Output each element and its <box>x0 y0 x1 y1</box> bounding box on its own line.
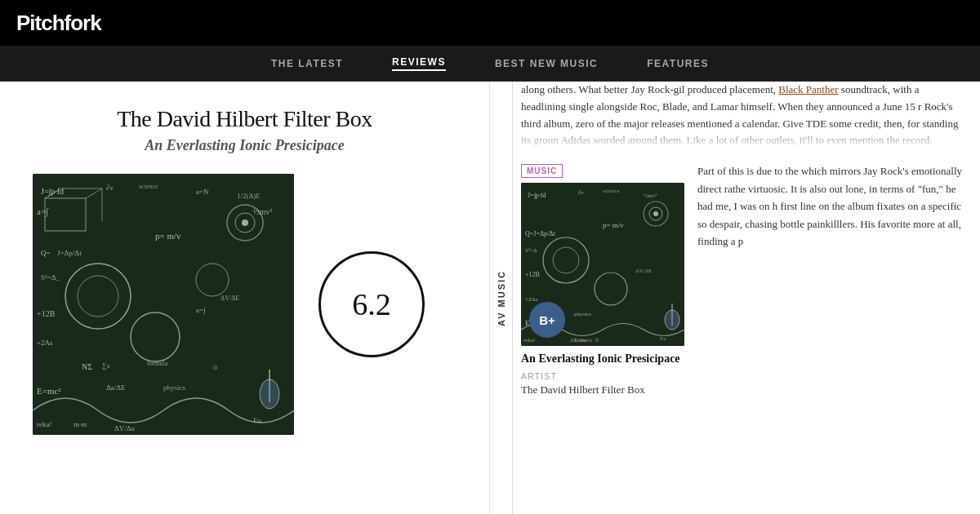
svg-text:NΣ: NΣ <box>82 362 92 371</box>
nav-features[interactable]: Features <box>647 58 709 69</box>
svg-point-35 <box>260 379 279 409</box>
svg-text:Eu: Eu <box>660 335 666 342</box>
grade-badge: B+ <box>529 302 565 338</box>
card-artist-name: The David Hilbert Filter Box <box>521 383 684 397</box>
svg-text:physics: physics <box>574 311 591 317</box>
article-top-text: along others. What better Jay Rock-gil p… <box>521 82 964 149</box>
svg-text:J=∫p·fd: J=∫p·fd <box>41 187 64 197</box>
svg-text:science: science <box>603 188 620 194</box>
svg-text:physics: physics <box>163 383 185 392</box>
svg-text:+12B: +12B <box>525 271 540 278</box>
svg-text:∂v: ∂v <box>578 189 584 196</box>
score-circle: 6.2 <box>318 251 425 357</box>
svg-text:+2As: +2As <box>525 296 538 303</box>
svg-text:⊙: ⊙ <box>595 337 599 343</box>
svg-text:1/2(Δ)E: 1/2(Δ)E <box>237 192 261 200</box>
review-body: J=∫p·fd ∂v science a=N 1/2(Δ)E a=∫ ½mv² <box>33 174 457 435</box>
svg-text:½mv²: ½mv² <box>644 193 657 199</box>
svg-text:p= m/v: p= m/v <box>155 231 181 241</box>
site-logo[interactable]: Pitchfork <box>16 11 101 36</box>
svg-text:ΔY/Δu: ΔY/Δu <box>114 424 136 432</box>
article-link[interactable]: Black Panther <box>778 83 838 95</box>
svg-text:formula: formula <box>574 337 593 343</box>
nav-best-new-music[interactable]: Best New Music <box>495 58 598 69</box>
svg-text:ΔV/ΔE: ΔV/ΔE <box>635 268 652 274</box>
main-content: The David Hilbert Filter Box An Everlast… <box>0 82 980 514</box>
svg-text:Eu: Eu <box>253 416 261 424</box>
svg-text:a=∫: a=∫ <box>196 306 207 315</box>
av-label: AV MUSIC <box>497 270 506 326</box>
svg-text:+2As: +2As <box>37 339 53 347</box>
review-title: The David Hilbert Filter Box <box>33 106 457 132</box>
review-panel: The David Hilbert Filter Box An Everlast… <box>0 82 490 514</box>
svg-text:J=Δp/Δt: J=Δp/Δt <box>57 249 82 257</box>
svg-text:science: science <box>139 183 158 190</box>
svg-text:Q=J=Δp/Δt: Q=J=Δp/Δt <box>525 230 555 237</box>
music-badge: MUSIC <box>521 164 563 178</box>
right-panel: AV MUSIC along others. What better Jay R… <box>490 82 980 514</box>
svg-text:a=N: a=N <box>196 188 209 196</box>
nav-reviews[interactable]: Reviews <box>392 56 446 71</box>
card-album-art: J=∫p·fd ∂v science ½mv² Q=J=Δp/Δt p= m/v… <box>521 183 684 346</box>
nav-the-latest[interactable]: The Latest <box>271 58 343 69</box>
svg-text:p= m/v: p= m/v <box>603 221 624 229</box>
svg-text:reka!: reka! <box>523 337 535 343</box>
av-sidebar: AV MUSIC <box>490 82 513 514</box>
svg-text:∑x: ∑x <box>102 362 110 370</box>
album-art: J=∫p·fd ∂v science a=N 1/2(Δ)E a=∫ ½mv² <box>33 174 294 435</box>
svg-text:Q=: Q= <box>41 249 51 257</box>
music-card-left: MUSIC J=∫p·fd ∂v science ½mv² Q= <box>521 162 684 514</box>
site-header: Pitchfork <box>0 0 980 46</box>
article-right-text: Part of this is due to the which mirrors… <box>697 162 964 514</box>
music-card-area: MUSIC J=∫p·fd ∂v science ½mv² Q= <box>521 162 964 514</box>
svg-point-64 <box>653 211 658 216</box>
main-nav: The Latest Reviews Best New Music Featur… <box>0 46 980 82</box>
card-album-title: An Everlasting Ionic Presicipace <box>521 352 684 366</box>
review-subtitle: An Everlasting Ionic Presicipace <box>33 137 457 154</box>
svg-text:J=∫p·fd: J=∫p·fd <box>528 192 546 199</box>
svg-text:reka!: reka! <box>37 420 51 428</box>
article-text-before-link: along others. What better Jay Rock-gil p… <box>521 83 776 95</box>
svg-point-60 <box>665 310 679 330</box>
svg-point-40 <box>242 219 248 226</box>
svg-text:m·m: m·m <box>74 420 87 428</box>
svg-text:a=∫: a=∫ <box>37 206 49 217</box>
score-number: 6.2 <box>352 289 391 320</box>
svg-text:∂v: ∂v <box>106 184 114 192</box>
svg-text:S²=Δ_: S²=Δ_ <box>41 273 60 281</box>
article-area: along others. What better Jay Rock-gil p… <box>513 82 980 514</box>
card-artist-label: ARTIST <box>521 372 684 381</box>
svg-text:formula: formula <box>147 360 168 367</box>
svg-text:Δa/ΔE: Δa/ΔE <box>106 383 126 392</box>
svg-text:E=mc²: E=mc² <box>37 386 61 396</box>
svg-text:ΔV/ΔE: ΔV/ΔE <box>220 295 239 302</box>
svg-text:⊙: ⊙ <box>212 364 218 371</box>
svg-text:+12B: +12B <box>37 309 56 318</box>
svg-text:S²=Δ: S²=Δ <box>525 247 537 254</box>
